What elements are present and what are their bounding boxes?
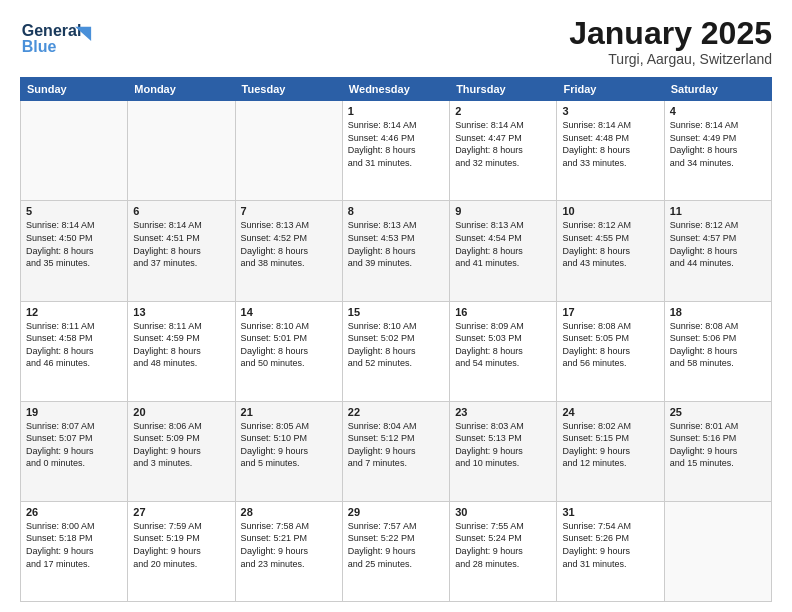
day-number: 11 bbox=[670, 205, 766, 217]
day-info: Sunrise: 8:08 AM Sunset: 5:05 PM Dayligh… bbox=[562, 320, 658, 370]
day-number: 21 bbox=[241, 406, 337, 418]
calendar-cell bbox=[128, 101, 235, 201]
weekday-header-row: SundayMondayTuesdayWednesdayThursdayFrid… bbox=[21, 78, 772, 101]
calendar-cell: 24Sunrise: 8:02 AM Sunset: 5:15 PM Dayli… bbox=[557, 401, 664, 501]
day-info: Sunrise: 8:11 AM Sunset: 4:58 PM Dayligh… bbox=[26, 320, 122, 370]
calendar-cell: 12Sunrise: 8:11 AM Sunset: 4:58 PM Dayli… bbox=[21, 301, 128, 401]
day-info: Sunrise: 7:57 AM Sunset: 5:22 PM Dayligh… bbox=[348, 520, 444, 570]
day-info: Sunrise: 8:09 AM Sunset: 5:03 PM Dayligh… bbox=[455, 320, 551, 370]
day-info: Sunrise: 8:14 AM Sunset: 4:46 PM Dayligh… bbox=[348, 119, 444, 169]
calendar-cell bbox=[235, 101, 342, 201]
calendar-cell: 21Sunrise: 8:05 AM Sunset: 5:10 PM Dayli… bbox=[235, 401, 342, 501]
day-number: 5 bbox=[26, 205, 122, 217]
day-info: Sunrise: 8:10 AM Sunset: 5:01 PM Dayligh… bbox=[241, 320, 337, 370]
day-number: 25 bbox=[670, 406, 766, 418]
week-row-0: 1Sunrise: 8:14 AM Sunset: 4:46 PM Daylig… bbox=[21, 101, 772, 201]
day-info: Sunrise: 7:59 AM Sunset: 5:19 PM Dayligh… bbox=[133, 520, 229, 570]
svg-text:Blue: Blue bbox=[22, 38, 57, 55]
weekday-header-sunday: Sunday bbox=[21, 78, 128, 101]
day-number: 23 bbox=[455, 406, 551, 418]
day-number: 16 bbox=[455, 306, 551, 318]
day-number: 27 bbox=[133, 506, 229, 518]
calendar-cell: 16Sunrise: 8:09 AM Sunset: 5:03 PM Dayli… bbox=[450, 301, 557, 401]
day-info: Sunrise: 8:14 AM Sunset: 4:50 PM Dayligh… bbox=[26, 219, 122, 269]
day-number: 31 bbox=[562, 506, 658, 518]
day-number: 3 bbox=[562, 105, 658, 117]
calendar-cell: 19Sunrise: 8:07 AM Sunset: 5:07 PM Dayli… bbox=[21, 401, 128, 501]
calendar-cell: 26Sunrise: 8:00 AM Sunset: 5:18 PM Dayli… bbox=[21, 501, 128, 601]
day-info: Sunrise: 8:04 AM Sunset: 5:12 PM Dayligh… bbox=[348, 420, 444, 470]
day-info: Sunrise: 8:11 AM Sunset: 4:59 PM Dayligh… bbox=[133, 320, 229, 370]
calendar-cell: 10Sunrise: 8:12 AM Sunset: 4:55 PM Dayli… bbox=[557, 201, 664, 301]
day-number: 13 bbox=[133, 306, 229, 318]
weekday-header-saturday: Saturday bbox=[664, 78, 771, 101]
day-number: 30 bbox=[455, 506, 551, 518]
day-info: Sunrise: 8:14 AM Sunset: 4:47 PM Dayligh… bbox=[455, 119, 551, 169]
day-number: 1 bbox=[348, 105, 444, 117]
day-number: 18 bbox=[670, 306, 766, 318]
week-row-2: 12Sunrise: 8:11 AM Sunset: 4:58 PM Dayli… bbox=[21, 301, 772, 401]
calendar-cell bbox=[664, 501, 771, 601]
day-info: Sunrise: 7:58 AM Sunset: 5:21 PM Dayligh… bbox=[241, 520, 337, 570]
calendar-cell: 22Sunrise: 8:04 AM Sunset: 5:12 PM Dayli… bbox=[342, 401, 449, 501]
week-row-4: 26Sunrise: 8:00 AM Sunset: 5:18 PM Dayli… bbox=[21, 501, 772, 601]
weekday-header-tuesday: Tuesday bbox=[235, 78, 342, 101]
day-info: Sunrise: 8:05 AM Sunset: 5:10 PM Dayligh… bbox=[241, 420, 337, 470]
calendar-cell: 4Sunrise: 8:14 AM Sunset: 4:49 PM Daylig… bbox=[664, 101, 771, 201]
day-number: 22 bbox=[348, 406, 444, 418]
calendar-cell: 17Sunrise: 8:08 AM Sunset: 5:05 PM Dayli… bbox=[557, 301, 664, 401]
day-number: 8 bbox=[348, 205, 444, 217]
day-info: Sunrise: 8:07 AM Sunset: 5:07 PM Dayligh… bbox=[26, 420, 122, 470]
calendar-cell: 18Sunrise: 8:08 AM Sunset: 5:06 PM Dayli… bbox=[664, 301, 771, 401]
day-number: 14 bbox=[241, 306, 337, 318]
day-info: Sunrise: 8:12 AM Sunset: 4:55 PM Dayligh… bbox=[562, 219, 658, 269]
day-info: Sunrise: 8:01 AM Sunset: 5:16 PM Dayligh… bbox=[670, 420, 766, 470]
day-number: 20 bbox=[133, 406, 229, 418]
day-info: Sunrise: 8:06 AM Sunset: 5:09 PM Dayligh… bbox=[133, 420, 229, 470]
calendar-cell: 1Sunrise: 8:14 AM Sunset: 4:46 PM Daylig… bbox=[342, 101, 449, 201]
calendar-cell: 23Sunrise: 8:03 AM Sunset: 5:13 PM Dayli… bbox=[450, 401, 557, 501]
calendar-cell: 25Sunrise: 8:01 AM Sunset: 5:16 PM Dayli… bbox=[664, 401, 771, 501]
logo: General Blue bbox=[20, 16, 100, 56]
weekday-header-monday: Monday bbox=[128, 78, 235, 101]
weekday-header-friday: Friday bbox=[557, 78, 664, 101]
day-number: 9 bbox=[455, 205, 551, 217]
svg-text:General: General bbox=[22, 22, 82, 39]
day-number: 17 bbox=[562, 306, 658, 318]
calendar-cell: 9Sunrise: 8:13 AM Sunset: 4:54 PM Daylig… bbox=[450, 201, 557, 301]
day-number: 12 bbox=[26, 306, 122, 318]
day-number: 6 bbox=[133, 205, 229, 217]
day-info: Sunrise: 7:54 AM Sunset: 5:26 PM Dayligh… bbox=[562, 520, 658, 570]
calendar-cell: 2Sunrise: 8:14 AM Sunset: 4:47 PM Daylig… bbox=[450, 101, 557, 201]
day-info: Sunrise: 7:55 AM Sunset: 5:24 PM Dayligh… bbox=[455, 520, 551, 570]
day-info: Sunrise: 8:03 AM Sunset: 5:13 PM Dayligh… bbox=[455, 420, 551, 470]
week-row-1: 5Sunrise: 8:14 AM Sunset: 4:50 PM Daylig… bbox=[21, 201, 772, 301]
day-info: Sunrise: 8:00 AM Sunset: 5:18 PM Dayligh… bbox=[26, 520, 122, 570]
day-info: Sunrise: 8:13 AM Sunset: 4:53 PM Dayligh… bbox=[348, 219, 444, 269]
day-info: Sunrise: 8:12 AM Sunset: 4:57 PM Dayligh… bbox=[670, 219, 766, 269]
day-info: Sunrise: 8:02 AM Sunset: 5:15 PM Dayligh… bbox=[562, 420, 658, 470]
day-info: Sunrise: 8:14 AM Sunset: 4:49 PM Dayligh… bbox=[670, 119, 766, 169]
weekday-header-thursday: Thursday bbox=[450, 78, 557, 101]
calendar-cell: 29Sunrise: 7:57 AM Sunset: 5:22 PM Dayli… bbox=[342, 501, 449, 601]
calendar-cell: 13Sunrise: 8:11 AM Sunset: 4:59 PM Dayli… bbox=[128, 301, 235, 401]
logo-svg: General Blue bbox=[20, 16, 100, 56]
day-info: Sunrise: 8:13 AM Sunset: 4:52 PM Dayligh… bbox=[241, 219, 337, 269]
day-number: 24 bbox=[562, 406, 658, 418]
day-info: Sunrise: 8:08 AM Sunset: 5:06 PM Dayligh… bbox=[670, 320, 766, 370]
title-area: January 2025 Turgi, Aargau, Switzerland bbox=[569, 16, 772, 67]
calendar-cell: 3Sunrise: 8:14 AM Sunset: 4:48 PM Daylig… bbox=[557, 101, 664, 201]
calendar-cell: 20Sunrise: 8:06 AM Sunset: 5:09 PM Dayli… bbox=[128, 401, 235, 501]
calendar-cell: 8Sunrise: 8:13 AM Sunset: 4:53 PM Daylig… bbox=[342, 201, 449, 301]
day-number: 29 bbox=[348, 506, 444, 518]
day-info: Sunrise: 8:13 AM Sunset: 4:54 PM Dayligh… bbox=[455, 219, 551, 269]
page: General Blue January 2025 Turgi, Aargau,… bbox=[0, 0, 792, 612]
day-info: Sunrise: 8:14 AM Sunset: 4:48 PM Dayligh… bbox=[562, 119, 658, 169]
weekday-header-wednesday: Wednesday bbox=[342, 78, 449, 101]
week-row-3: 19Sunrise: 8:07 AM Sunset: 5:07 PM Dayli… bbox=[21, 401, 772, 501]
calendar-cell: 30Sunrise: 7:55 AM Sunset: 5:24 PM Dayli… bbox=[450, 501, 557, 601]
calendar-cell bbox=[21, 101, 128, 201]
day-info: Sunrise: 8:10 AM Sunset: 5:02 PM Dayligh… bbox=[348, 320, 444, 370]
day-number: 26 bbox=[26, 506, 122, 518]
calendar-cell: 27Sunrise: 7:59 AM Sunset: 5:19 PM Dayli… bbox=[128, 501, 235, 601]
